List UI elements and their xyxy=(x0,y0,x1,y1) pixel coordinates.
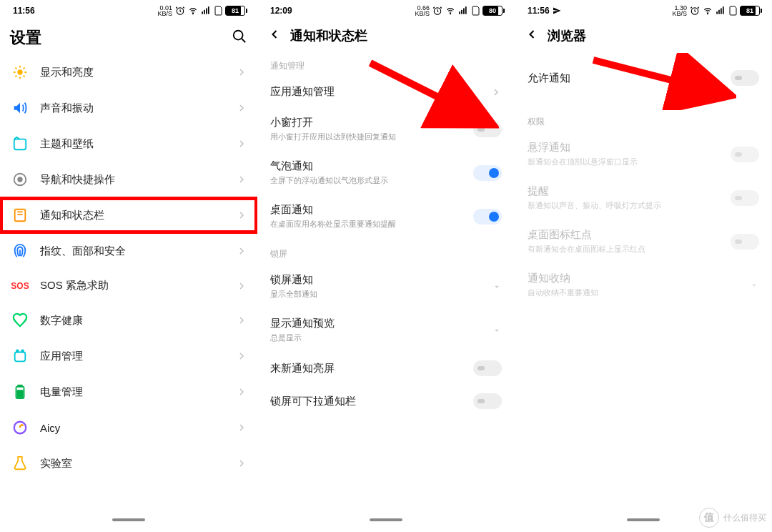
toggle-bubble[interactable] xyxy=(473,165,502,181)
row-allow-notification[interactable]: 允许通知 xyxy=(515,50,772,106)
wifi-icon xyxy=(188,6,198,16)
chevron-right-icon xyxy=(490,87,502,98)
watermark-text: 什么值得买 xyxy=(723,512,766,524)
toggle-allow[interactable] xyxy=(731,70,759,86)
aicy-icon xyxy=(10,420,30,435)
toggle-popup[interactable] xyxy=(473,122,502,137)
settings-row-sound[interactable]: 声音和振动 xyxy=(0,90,257,126)
screen-settings: 11:56 0.01KB/S 81 设置 显示和亮度声音和振动主题和壁纸导航和快… xyxy=(0,0,257,532)
battery-icon: 81 xyxy=(740,6,762,16)
svg-rect-21 xyxy=(459,11,460,14)
row-title: 允许通知 xyxy=(528,72,723,85)
settings-row-brightness[interactable]: 显示和亮度 xyxy=(0,54,257,90)
sim-icon xyxy=(728,6,737,16)
row-lock-pulldown[interactable]: 锁屏可下拉通知栏 xyxy=(257,385,515,418)
svg-point-20 xyxy=(450,14,450,14)
send-icon xyxy=(553,6,561,15)
screen-notif: 12:09 0.66KB/S 80 通知和状态栏 通知管理 应用通知管理 xyxy=(257,0,515,532)
settings-row-aicy[interactable]: Aicy xyxy=(0,410,257,445)
settings-row-nav[interactable]: 导航和快捷操作 xyxy=(0,162,257,197)
settings-row-finger[interactable]: 指纹、面部和安全 xyxy=(0,233,257,269)
chevron-right-icon xyxy=(236,350,247,362)
page-title: 浏览器 xyxy=(548,27,586,44)
row-title: 气泡通知 xyxy=(270,159,466,173)
settings-row-label: Aicy xyxy=(40,422,226,434)
row-title: 锁屏可下拉通知栏 xyxy=(270,395,466,408)
svg-point-6 xyxy=(234,31,243,40)
row-floating-notification: 悬浮通知 新通知会在顶部以悬浮窗口显示 xyxy=(515,132,772,176)
svg-point-1 xyxy=(192,14,193,14)
svg-rect-16 xyxy=(18,385,22,387)
row-lock-notification[interactable]: 锁屏通知 显示全部通知 xyxy=(257,265,515,308)
settings-row-label: 声音和振动 xyxy=(40,102,226,115)
settings-row-health[interactable]: 数字健康 xyxy=(0,302,257,338)
row-app-notification-mgmt[interactable]: 应用通知管理 xyxy=(257,77,515,107)
svg-point-14 xyxy=(21,350,24,352)
lab-icon xyxy=(10,455,30,471)
row-title: 悬浮通知 xyxy=(528,141,723,154)
settings-row-notif[interactable]: 通知和状态栏 xyxy=(0,197,257,233)
signal-icon xyxy=(716,6,726,16)
chevron-right-icon xyxy=(236,386,247,398)
svg-point-13 xyxy=(16,350,19,352)
row-show-preview[interactable]: 显示通知预览 总是显示 xyxy=(257,308,515,352)
finger-icon xyxy=(10,243,30,259)
row-popup-open[interactable]: 小窗打开 用小窗打开应用以达到快捷回复通知 xyxy=(257,107,515,151)
nav-bar[interactable] xyxy=(257,508,515,532)
row-title: 显示通知预览 xyxy=(270,317,485,330)
alarm-icon xyxy=(690,6,700,16)
toggle-pull[interactable] xyxy=(473,393,502,409)
svg-rect-8 xyxy=(14,139,26,150)
nav-bar[interactable] xyxy=(0,508,257,532)
settings-row-battery[interactable]: 电量管理 xyxy=(0,374,257,410)
svg-rect-27 xyxy=(716,11,718,14)
toggle-wake[interactable] xyxy=(473,360,502,376)
row-title: 桌面图标红点 xyxy=(528,228,723,242)
back-button[interactable] xyxy=(525,27,539,44)
sim-icon xyxy=(471,6,480,16)
alarm-icon xyxy=(175,6,185,16)
settings-row-sos[interactable]: SOSSOS 紧急求助 xyxy=(0,269,257,302)
status-bar: 12:09 0.66KB/S 80 xyxy=(257,0,515,19)
settings-row-label: 实验室 xyxy=(40,457,226,471)
row-title: 锁屏通知 xyxy=(270,273,485,287)
apps-icon xyxy=(10,348,30,364)
row-sub: 新通知会在顶部以悬浮窗口显示 xyxy=(528,157,723,167)
settings-row-lab[interactable]: 实验室 xyxy=(0,445,257,481)
svg-rect-12 xyxy=(15,353,26,362)
brightness-icon xyxy=(10,64,30,80)
settings-row-label: 导航和快捷操作 xyxy=(40,173,226,187)
settings-list: 显示和亮度声音和振动主题和壁纸导航和快捷操作通知和状态栏指纹、面部和安全SOSS… xyxy=(0,54,257,508)
back-button[interactable] xyxy=(267,27,282,44)
settings-row-label: 电量管理 xyxy=(40,385,226,399)
status-bar: 11:56 1.30KB/S 81 xyxy=(515,0,772,19)
chevron-right-icon xyxy=(236,138,247,149)
row-wake-screen[interactable]: 来新通知亮屏 xyxy=(257,352,515,385)
battery-icon: 80 xyxy=(482,6,505,16)
svg-rect-30 xyxy=(723,6,724,14)
row-notification-storage: 通知收纳 自动收纳不重要通知 xyxy=(515,263,772,307)
row-sub: 自动收纳不重要通知 xyxy=(528,287,742,298)
settings-row-label: 数字健康 xyxy=(40,314,226,327)
section-lock: 锁屏 xyxy=(257,238,515,265)
theme-icon xyxy=(10,136,30,152)
settings-row-apps[interactable]: 应用管理 xyxy=(0,338,257,374)
screen-browser: 11:56 1.30KB/S 81 浏览器 允许通知 xyxy=(515,0,772,532)
browser-notification-list: 允许通知 权限 悬浮通知 新通知会在顶部以悬浮窗口显示 提醒 新通知以声音、振动… xyxy=(515,50,772,508)
settings-row-theme[interactable]: 主题和壁纸 xyxy=(0,126,257,162)
toggle-desktop[interactable] xyxy=(473,209,502,225)
chevron-right-icon xyxy=(236,280,247,292)
toggle-alert xyxy=(731,190,759,206)
notification-settings-list: 通知管理 应用通知管理 小窗打开 用小窗打开应用以达到快捷回复通知 气泡通知 全… xyxy=(257,50,515,508)
chevron-down-icon xyxy=(492,325,502,335)
notif-icon xyxy=(10,207,30,223)
header: 设置 xyxy=(0,19,257,54)
battery-icon: 81 xyxy=(225,6,247,16)
alarm-icon xyxy=(432,6,442,16)
row-bubble-notification[interactable]: 气泡通知 全屏下的浮动通知以气泡形式显示 xyxy=(257,151,515,194)
svg-rect-5 xyxy=(208,6,209,14)
chevron-right-icon xyxy=(236,315,247,326)
svg-rect-23 xyxy=(463,9,465,14)
row-desktop-notification[interactable]: 桌面通知 在桌面应用名称处显示重要通知提醒 xyxy=(257,194,515,238)
search-button[interactable] xyxy=(232,29,247,47)
